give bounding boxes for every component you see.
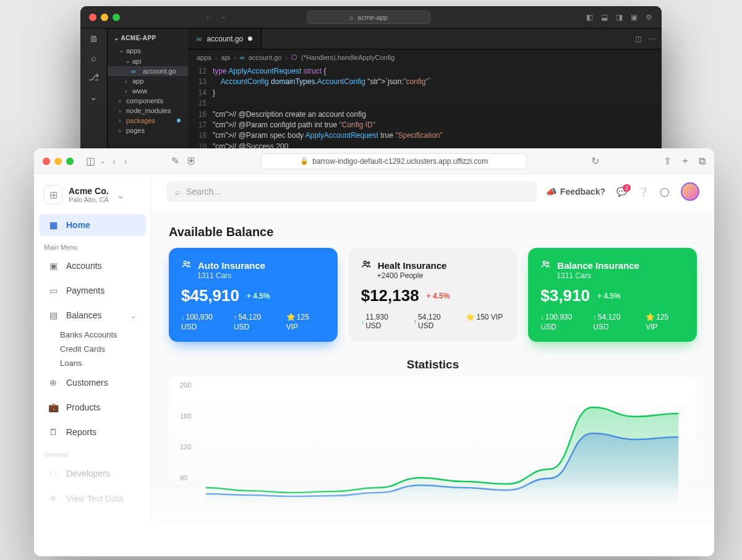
browser-chrome: ◫ ⌄ ‹ › ✎ ⛨ 🔒 barrow-indigo-default-c129… — [34, 148, 714, 174]
card-icon: ▭ — [48, 286, 59, 295]
zoom-icon[interactable] — [113, 14, 120, 21]
more-icon[interactable]: ⋯ — [648, 35, 655, 43]
chevron-down-icon: ⌄ — [116, 189, 124, 201]
notifications-button[interactable]: 💬 2 — [616, 187, 627, 197]
sidebar-item-customers[interactable]: ⊕ Customers — [39, 371, 146, 394]
card-pct: + 4.5% — [247, 292, 270, 300]
svg-point-0 — [184, 261, 186, 264]
share-icon[interactable]: ⇪ — [663, 155, 672, 167]
card-title: Balance Insurance — [557, 260, 639, 271]
folder-app[interactable]: ›app — [108, 76, 188, 86]
statistics-title: Statistics — [169, 358, 697, 371]
source-control-icon[interactable]: ⎇ — [88, 72, 99, 83]
sidebar-item-payments[interactable]: ▭ Payments — [39, 279, 146, 302]
balance-card[interactable]: Balance Insurance 1311 Cars $3,910 + 4.5… — [528, 248, 697, 342]
nav-fwd-icon[interactable]: → — [219, 13, 226, 22]
wallet-icon: ▤ — [48, 310, 59, 320]
content: Available Balance Auto Insurance 1311 Ca… — [151, 209, 714, 512]
nav-back-icon[interactable]: ← — [205, 13, 213, 22]
panel-left-icon[interactable]: ◧ — [585, 13, 594, 22]
card-amount: $45,910 — [181, 286, 239, 305]
folder-packages[interactable]: ›packages — [108, 116, 188, 125]
nav-back-icon[interactable]: ‹ — [113, 156, 116, 166]
sidebar-item-reports[interactable]: 🗒 Reports — [39, 421, 146, 443]
card-subtitle: +2400 People — [377, 271, 505, 280]
tab-account-go[interactable]: ∞ account.go — [188, 28, 262, 49]
new-tab-icon[interactable]: ＋ — [680, 155, 690, 168]
org-name: Acme Co. — [69, 186, 109, 196]
search-input[interactable]: ⌕ Search... — [166, 181, 537, 202]
gear-icon[interactable]: ⚙ — [644, 13, 653, 22]
close-icon[interactable] — [43, 158, 50, 165]
app-sidebar: ⊞ Acme Co. Palo Alto, CA ⌄ ▦ Home Main M… — [34, 174, 151, 556]
help-button[interactable]: ❔ — [638, 187, 649, 197]
card-stat: ⭐150 VIP — [466, 313, 505, 332]
minimize-icon[interactable] — [101, 14, 108, 21]
folder-node-modules[interactable]: ›node_modules — [108, 106, 188, 116]
balance-card[interactable]: Healt Insurance +2400 People $12,138 + 4… — [349, 248, 518, 342]
org-logo-icon: ⊞ — [44, 185, 62, 204]
org-location: Palo Alto, CA — [69, 196, 109, 203]
folder-components[interactable]: ›components — [108, 96, 188, 106]
sidebar-item-accounts[interactable]: ▣ Accounts — [39, 255, 146, 277]
vscode-command-center[interactable]: ⌕ acme-app — [307, 11, 430, 24]
github-icon: ◯ — [660, 187, 670, 197]
folder-pages[interactable]: ›pages — [108, 125, 188, 135]
modified-indicator-icon — [248, 36, 252, 41]
card-title: Healt Insurance — [378, 260, 447, 271]
vscode-search-text: acme-app — [357, 14, 388, 21]
org-switcher[interactable]: ⊞ Acme Co. Palo Alto, CA ⌄ — [34, 183, 151, 213]
go-icon: ∞ — [197, 35, 202, 43]
nav-fwd-icon[interactable]: › — [124, 156, 127, 166]
folder-api[interactable]: ⌄api — [108, 56, 188, 66]
reload-icon[interactable]: ↻ — [591, 155, 599, 167]
shield-icon[interactable]: ⛨ — [187, 156, 197, 167]
traffic-lights — [43, 158, 74, 165]
file-account-go[interactable]: ∞ account.go — [108, 66, 188, 76]
card-stat: ↓100,930USD — [540, 313, 579, 332]
feedback-button[interactable]: 📣 Feedback? — [546, 187, 605, 197]
sidebar-item-products[interactable]: 💼 Products — [39, 396, 146, 418]
vscode-nav: ← → — [205, 13, 226, 22]
sidebar-sub-credit[interactable]: Credit Cards — [34, 342, 151, 356]
chevron-down-icon[interactable]: ⌄ — [100, 158, 105, 164]
layout-icon[interactable]: ▣ — [629, 13, 638, 22]
balance-card[interactable]: Auto Insurance 1311 Cars $45,910 + 4.5% … — [169, 248, 338, 342]
group-icon — [540, 259, 551, 271]
sidebar-item-developers[interactable]: 〈〉 Developers — [39, 462, 146, 485]
minimize-icon[interactable] — [54, 158, 62, 165]
ytick: 200 — [180, 381, 191, 389]
close-icon[interactable] — [89, 14, 96, 21]
sidebar-toggle-icon[interactable]: ◫ — [86, 155, 95, 167]
browser-url-bar[interactable]: 🔒 barrow-indigo-default-c1292.uclusters.… — [261, 153, 527, 169]
dev-icon[interactable]: ✎ — [171, 155, 179, 167]
avatar[interactable] — [681, 182, 699, 201]
folder-www[interactable]: ›www — [108, 86, 188, 96]
card-stat: ↑54,120 USD — [414, 313, 453, 332]
sidebar-item-home[interactable]: ▦ Home — [39, 214, 146, 236]
chevron-down-icon[interactable]: ⌄ — [90, 91, 98, 103]
sidebar-sub-loans[interactable]: Loans — [34, 356, 151, 370]
sidebar-item-balances[interactable]: ▤ Balances ⌄ — [39, 304, 146, 326]
split-editor-icon[interactable]: ◫ — [635, 35, 642, 43]
explorer-project[interactable]: ⌄ ACME-APP — [108, 32, 188, 44]
traffic-lights — [89, 14, 120, 21]
panel-right-icon[interactable]: ◨ — [615, 13, 623, 22]
tabs-icon[interactable]: ⧉ — [699, 156, 706, 167]
card-stat: ↑54,120USD — [593, 313, 632, 332]
vscode-titlebar: ← → ⌕ acme-app ◧ ⬓ ◨ ▣ ⚙ — [80, 6, 662, 28]
sidebar-item-viewtest[interactable]: 👁 View Test Data — [39, 488, 146, 510]
folder-apps[interactable]: ⌄apps — [108, 45, 188, 56]
svg-point-1 — [187, 262, 189, 264]
zoom-icon[interactable] — [66, 158, 74, 165]
card-stat: ⭐125VIP — [646, 313, 684, 332]
lock-icon: 🔒 — [300, 157, 309, 165]
panel-bottom-icon[interactable]: ⬓ — [600, 13, 608, 22]
svg-point-3 — [367, 262, 369, 264]
explorer-icon[interactable]: 🗎 — [89, 33, 98, 44]
sidebar-sub-banks[interactable]: Banks Accounts — [34, 328, 151, 342]
github-button[interactable]: ◯ — [660, 187, 670, 197]
vscode-tab-bar: ∞ account.go ◫ ⋯ — [188, 28, 662, 49]
vscode-breadcrumb[interactable]: apps› api› ∞account.go› ⬡(*Handlers).han… — [188, 49, 662, 65]
search-icon[interactable]: ⌕ — [91, 53, 96, 63]
